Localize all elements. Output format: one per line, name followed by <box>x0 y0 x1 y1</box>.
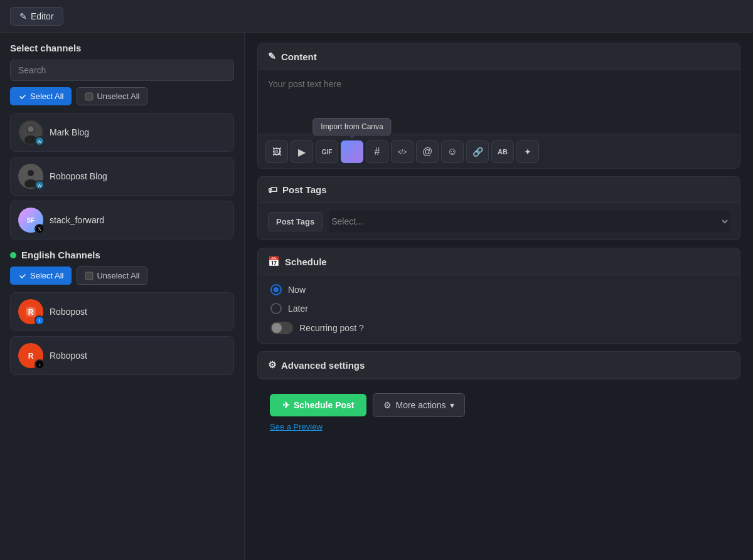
select-all-button[interactable]: Select All <box>10 87 72 105</box>
link-button[interactable]: 🔗 <box>466 140 489 163</box>
tag-icon: 🏷 <box>268 184 277 195</box>
content-panel: ✎ Content 🖼 ▶ GIF Import from Canva C <box>257 43 740 169</box>
more-actions-label: More actions <box>395 400 446 410</box>
image-button[interactable]: 🖼 <box>265 140 288 163</box>
svg-text:R: R <box>28 352 34 361</box>
channel-item-stack-forward[interactable]: SF 𝕏 stack_forward <box>10 201 234 240</box>
avatar: W <box>18 164 43 189</box>
svg-point-7 <box>28 170 34 176</box>
group-dot-icon <box>10 252 16 258</box>
post-tags-panel-title: Post Tags <box>282 184 327 195</box>
gif-icon: GIF <box>322 149 333 156</box>
canva-tooltip: Import from Canva <box>312 118 391 135</box>
platform-badge-facebook: f <box>35 315 45 325</box>
unselect-all-button[interactable]: Unselect All <box>77 87 147 105</box>
platform-badge-tiktok: ♪ <box>35 359 45 369</box>
toolbar: 🖼 ▶ GIF Import from Canva C # <box>258 135 740 168</box>
pencil-icon: ✎ <box>268 51 276 62</box>
mention-icon: @ <box>422 146 432 157</box>
now-label: Now <box>288 285 306 295</box>
magic-icon: ✦ <box>524 147 531 157</box>
main-layout: Select channels Select All Unselect All <box>0 33 753 560</box>
schedule-post-button[interactable]: ✈ Schedule Post <box>270 394 366 416</box>
dropdown-chevron-icon: ▾ <box>450 400 454 410</box>
channel-name: Robopost Blog <box>50 171 107 181</box>
platform-badge-wp: W <box>35 136 45 146</box>
canva-icon: C <box>348 146 356 157</box>
svg-rect-10 <box>85 272 93 280</box>
channel-item-robopost-blog[interactable]: W Robopost Blog <box>10 157 234 196</box>
checkbox-checked-icon-2 <box>18 272 27 280</box>
content-panel-header: ✎ Content <box>258 43 740 70</box>
video-icon: ▶ <box>298 146 306 158</box>
platform-badge-twitter: 𝕏 <box>35 224 45 234</box>
recurring-toggle-row[interactable]: Recurring post ? <box>270 322 727 334</box>
mention-button[interactable]: @ <box>416 140 439 163</box>
avatar: SF 𝕏 <box>18 208 43 233</box>
editor-tab[interactable]: ✎ Editor <box>10 7 63 26</box>
advanced-settings-title: Advanced settings <box>281 360 365 371</box>
channel-name: Mark Blog <box>50 127 89 137</box>
tags-row: Post Tags Select... <box>258 203 740 240</box>
content-panel-title: Content <box>281 51 317 62</box>
emoji-button[interactable]: ☺ <box>441 140 464 163</box>
gif-button[interactable]: GIF <box>316 140 338 163</box>
avatar: R f <box>18 299 43 324</box>
recurring-label: Recurring post ? <box>299 323 364 333</box>
platform-badge-wp-2: W <box>35 180 45 190</box>
now-radio-button[interactable] <box>270 284 282 295</box>
hashtag-icon: # <box>375 146 380 157</box>
recurring-toggle[interactable] <box>270 322 293 334</box>
text-format-button[interactable]: AB <box>491 140 514 163</box>
avatar: W <box>18 120 43 145</box>
english-select-buttons-row: Select All Unselect All <box>10 267 234 285</box>
later-radio-row[interactable]: Later <box>270 303 727 314</box>
later-radio-button[interactable] <box>270 303 282 314</box>
video-button[interactable]: ▶ <box>291 140 313 163</box>
avatar: R ♪ <box>18 343 43 368</box>
magic-button[interactable]: ✦ <box>516 140 539 163</box>
schedule-post-label: Schedule Post <box>294 400 354 410</box>
english-channels-title: English Channels <box>21 250 100 260</box>
advanced-settings-panel: ⚙ Advanced settings <box>257 351 740 379</box>
checkbox-unchecked-icon <box>85 92 93 101</box>
code-button[interactable]: </> <box>391 140 414 163</box>
content-area: ✎ Content 🖼 ▶ GIF Import from Canva C <box>245 33 753 560</box>
channel-name: stack_forward <box>50 215 104 225</box>
link-icon: 🔗 <box>473 147 483 157</box>
post-tags-panel: 🏷 Post Tags Post Tags Select... <box>257 176 740 240</box>
checkbox-checked-icon <box>18 92 27 101</box>
select-channels-title: Select channels <box>10 43 234 53</box>
image-icon: 🖼 <box>272 147 281 157</box>
select-buttons-row: Select All Unselect All <box>10 87 234 105</box>
english-select-all-button[interactable]: Select All <box>10 267 72 285</box>
now-radio-row[interactable]: Now <box>270 284 727 295</box>
english-channels-header: English Channels <box>10 250 234 260</box>
channel-item-robopost-fb[interactable]: R f Robopost <box>10 292 234 331</box>
advanced-settings-header[interactable]: ⚙ Advanced settings <box>258 352 740 379</box>
more-actions-button[interactable]: ⚙ More actions ▾ <box>373 393 464 417</box>
see-preview-link[interactable]: See a Preview <box>270 422 323 431</box>
sidebar: Select channels Select All Unselect All <box>0 33 245 560</box>
emoji-icon: ☺ <box>447 146 457 157</box>
topbar: ✎ Editor <box>0 0 753 33</box>
post-tags-select[interactable]: Select... <box>329 211 730 232</box>
bottom-actions: ✈ Schedule Post ⚙ More actions ▾ <box>270 393 465 417</box>
schedule-panel-header: 📅 Schedule <box>258 248 740 275</box>
post-tags-panel-header: 🏷 Post Tags <box>258 177 740 203</box>
schedule-panel-title: Schedule <box>285 256 327 267</box>
svg-rect-1 <box>85 93 93 100</box>
bottom-bar: ✈ Schedule Post ⚙ More actions ▾ See a P… <box>257 387 740 438</box>
checkbox-unchecked-icon-2 <box>85 272 93 280</box>
english-unselect-all-button[interactable]: Unselect All <box>77 267 147 285</box>
search-input[interactable] <box>10 60 234 81</box>
svg-text:R: R <box>28 308 34 317</box>
canva-button[interactable]: C <box>341 140 363 163</box>
canva-wrapper: Import from Canva C <box>341 140 363 163</box>
post-tags-label: Post Tags <box>268 212 323 231</box>
channel-name: Robopost <box>50 351 87 361</box>
hashtag-button[interactable]: # <box>366 140 388 163</box>
code-icon: </> <box>398 149 407 156</box>
channel-item-robopost-tiktok[interactable]: R ♪ Robopost <box>10 336 234 375</box>
channel-item-mark-blog[interactable]: W Mark Blog <box>10 113 234 152</box>
